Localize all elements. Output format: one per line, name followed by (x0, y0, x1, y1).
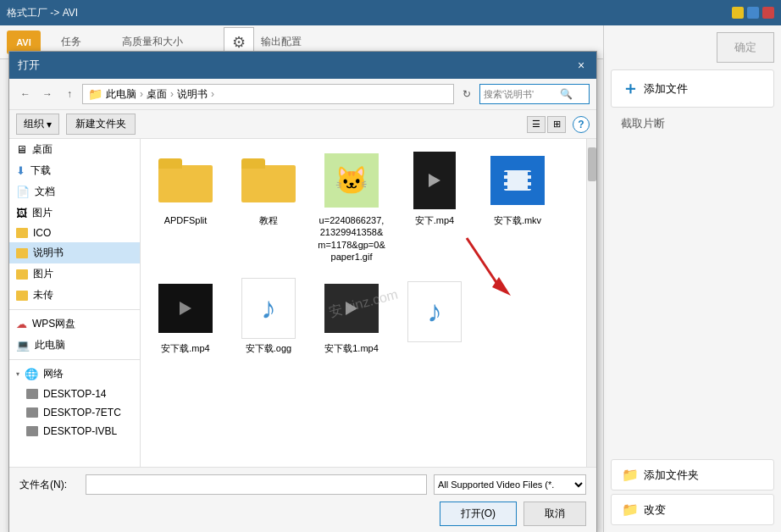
close-btn[interactable] (762, 7, 774, 19)
sidebar-label-pictures: 图片 (32, 206, 53, 220)
sidebar-label-wps: WPS网盘 (32, 317, 75, 331)
minimize-btn[interactable] (732, 7, 744, 19)
svg-rect-3 (502, 186, 507, 189)
sidebar-item-docs[interactable]: 📄 文档 (9, 181, 140, 202)
docs-icon: 📄 (16, 186, 30, 198)
mkv-label: 安下载.mkv (494, 214, 541, 226)
apdfsplit-folder-icon (158, 158, 213, 202)
file-item-anxia-mp4[interactable]: 安下.mp4 (396, 146, 473, 267)
sidebar-item-desktop14[interactable]: DESKTOP-14 (9, 385, 140, 403)
apdfsplit-thumb (155, 150, 216, 211)
mp4-label: 安下载.mp4 (161, 342, 209, 354)
task-label: 任务 (61, 35, 81, 49)
mp4-dark2-icon (324, 284, 379, 333)
search-bar: 🔍 (479, 84, 590, 104)
organize-button[interactable]: 组织 ▾ (16, 114, 59, 135)
file-item-apdfsplit[interactable]: APDFSplit (147, 146, 224, 267)
breadcrumb-folder: 说明书 (177, 87, 208, 102)
file-item-music2[interactable]: ♪ (396, 277, 473, 350)
sidebar-label-untransferred: 未传 (33, 288, 53, 302)
filename-label: 文件名(N): (19, 478, 79, 492)
change-label: 改变 (644, 502, 666, 518)
svg-rect-4 (528, 172, 533, 175)
filename-input[interactable] (86, 474, 427, 495)
untransferred-icon (16, 291, 28, 301)
filetype-select[interactable]: All Supported Video Files (*. (434, 474, 586, 495)
sidebar-item-download[interactable]: ⬇ 下载 (9, 160, 140, 181)
back-button[interactable]: ← (16, 85, 35, 103)
organize-label: 组织 (24, 117, 44, 131)
sidebar-item-network[interactable]: ▾ 🌐 网络 (9, 363, 140, 385)
mp4-thumb (155, 278, 216, 339)
breadcrumb-bar: 📁 此电脑 › 桌面 › 说明书 › (82, 84, 454, 104)
file-open-dialog: 打开 × ← → ↑ 📁 此电脑 › 桌面 › 说明书 › ↻ 🔍 组织 ▾ 新… (8, 51, 597, 532)
organize-chevron: ▾ (47, 119, 52, 130)
sidebar-item-manual[interactable]: 说明书 (9, 242, 140, 263)
sidebar-item-ico[interactable]: ICO (9, 224, 140, 242)
file-item-mp4-2[interactable]: 安下载1.mp4 (313, 274, 390, 358)
music2-thumb: ♪ (404, 281, 465, 342)
anxia-mp4-thumb (404, 150, 465, 211)
search-icon[interactable]: 🔍 (560, 88, 573, 100)
sidebar-item-images[interactable]: 图片 (9, 263, 140, 285)
filename-row: 文件名(N): All Supported Video Files (*. (19, 474, 586, 495)
refresh-button[interactable]: ↻ (457, 85, 476, 103)
open-button[interactable]: 打开(O) (440, 502, 517, 526)
mp4-2-label: 安下载1.mp4 (324, 342, 379, 354)
svg-rect-6 (528, 186, 533, 189)
plus-icon: ＋ (622, 77, 639, 100)
maximize-btn[interactable] (747, 7, 759, 19)
download-icon: ⬇ (16, 164, 25, 177)
sidebar-divider2 (9, 359, 140, 360)
tutorial-folder-icon (241, 158, 296, 202)
ogg-icon: ♪ (241, 278, 296, 339)
sidebar-item-thispc[interactable]: 💻 此电脑 (9, 335, 140, 356)
scrollbar-thumb[interactable] (588, 147, 596, 181)
svg-rect-0 (504, 170, 531, 191)
view-list-button[interactable]: ☰ (527, 116, 546, 133)
file-item-mp4[interactable]: 安下载.mp4 (147, 274, 224, 358)
change-button[interactable]: 📁 改变 (611, 494, 774, 525)
sidebar-item-desktop[interactable]: 🖥 桌面 (9, 139, 140, 160)
sidebar-item-desktop7etc[interactable]: DESKTOP-7ETC (9, 403, 140, 422)
sidebar-divider1 (9, 309, 140, 310)
up-button[interactable]: ↑ (60, 85, 79, 103)
desktop14-icon (26, 389, 38, 399)
sidebar-item-untransferred[interactable]: 未传 (9, 285, 140, 306)
cancel-button[interactable]: 取消 (523, 502, 586, 526)
new-folder-button[interactable]: 新建文件夹 (66, 114, 136, 135)
help-button[interactable]: ? (573, 116, 590, 133)
file-item-ogg[interactable]: ♪ 安下载.ogg (230, 274, 307, 358)
sidebar-label-images: 图片 (33, 267, 53, 281)
file-item-mkv[interactable]: 安下载.mkv (479, 146, 556, 267)
sidebar-item-desktopivbl[interactable]: DESKTOP-IVBL (9, 422, 140, 441)
file-item-gif[interactable]: 🐱 u=2240866237,21329941358&m=1178&gp=0&p… (313, 146, 390, 267)
pictures-icon: 🖼 (16, 207, 27, 219)
images-folder-icon (16, 269, 28, 280)
dialog-body: 🖥 桌面 ⬇ 下载 📄 文档 🖼 图片 ICO 说明书 (9, 139, 596, 467)
ico-folder-icon (16, 228, 28, 238)
add-file-button[interactable]: ＋ 添加文件 (611, 69, 774, 108)
output-config-label: 输出配置 (261, 35, 302, 49)
dialog-close-button[interactable]: × (574, 58, 588, 72)
tutorial-thumb (238, 150, 299, 211)
add-folder-label: 添加文件夹 (644, 468, 699, 483)
sidebar-label-desktopivbl: DESKTOP-IVBL (43, 425, 117, 437)
add-folder-button[interactable]: 📁 添加文件夹 (611, 459, 774, 490)
breadcrumb-pc: 此电脑 (106, 87, 136, 102)
search-input[interactable] (484, 89, 560, 99)
view-detail-button[interactable]: ⊞ (547, 116, 566, 133)
vertical-scrollbar[interactable] (586, 139, 596, 467)
sidebar-item-wps[interactable]: ☁ WPS网盘 (9, 313, 140, 335)
sidebar-label-network: 网络 (43, 367, 64, 381)
sidebar-item-pictures[interactable]: 🖼 图片 (9, 202, 140, 224)
dialog-titlebar: 打开 × (9, 52, 596, 79)
pc-icon: 💻 (16, 339, 30, 352)
sidebar-label-desktop14: DESKTOP-14 (43, 388, 106, 400)
network-icon: 🌐 (25, 368, 38, 380)
sep2: › (170, 88, 174, 100)
confirm-button[interactable]: 确定 (717, 32, 774, 63)
file-item-tutorial[interactable]: 教程 (230, 146, 307, 267)
film-icon (502, 165, 533, 196)
forward-button[interactable]: → (38, 85, 57, 103)
